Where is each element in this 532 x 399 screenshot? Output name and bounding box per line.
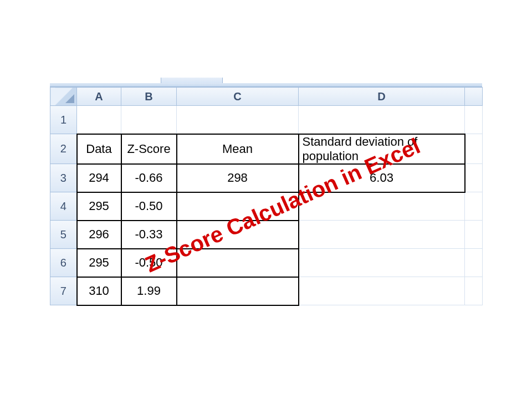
sheet-top-border xyxy=(50,83,482,87)
cell-D1[interactable] xyxy=(299,106,465,134)
cell-tail-7[interactable] xyxy=(465,277,483,305)
cell-A2[interactable]: Data xyxy=(77,134,121,164)
col-header-B[interactable]: B xyxy=(121,88,177,106)
col-header-C[interactable]: C xyxy=(177,88,299,106)
cell-A5[interactable]: 296 xyxy=(77,221,121,249)
cell-C4[interactable] xyxy=(177,192,299,221)
spreadsheet-viewport: A B C D 1 2 Data Z-Score Mean St xyxy=(50,83,482,306)
cell-C2[interactable]: Mean xyxy=(177,134,299,164)
cell-B4[interactable]: -0.50 xyxy=(121,192,177,221)
row-header-3[interactable]: 3 xyxy=(50,164,77,192)
cell-D6[interactable] xyxy=(299,249,465,277)
cell-tail-6[interactable] xyxy=(465,249,483,277)
cell-tail-3[interactable] xyxy=(465,164,483,192)
cell-D7[interactable] xyxy=(299,277,465,305)
cell-C7[interactable] xyxy=(177,277,299,305)
cell-D4[interactable] xyxy=(299,192,465,221)
cell-tail-2[interactable] xyxy=(465,134,483,164)
cell-A3[interactable]: 294 xyxy=(77,164,121,192)
row-header-2[interactable]: 2 xyxy=(50,134,77,164)
cell-A4[interactable]: 295 xyxy=(77,192,121,221)
cell-B5[interactable]: -0.33 xyxy=(121,221,177,249)
select-all-button[interactable] xyxy=(50,88,77,106)
cell-B7[interactable]: 1.99 xyxy=(121,277,177,305)
cell-tail-4[interactable] xyxy=(465,192,483,221)
cell-B3[interactable]: -0.66 xyxy=(121,164,177,192)
row-header-7[interactable]: 7 xyxy=(50,277,77,305)
col-header-tail[interactable] xyxy=(465,88,483,106)
row-header-6[interactable]: 6 xyxy=(50,249,77,277)
spreadsheet-grid[interactable]: A B C D 1 2 Data Z-Score Mean St xyxy=(50,87,483,306)
cell-B1[interactable] xyxy=(121,106,177,134)
cell-B6[interactable]: -0.50 xyxy=(121,249,177,277)
cell-A1[interactable] xyxy=(77,106,121,134)
cell-D2[interactable]: Standard deviation of population xyxy=(299,134,465,164)
row-header-1[interactable]: 1 xyxy=(50,106,77,134)
cell-tail-5[interactable] xyxy=(465,221,483,249)
cell-A7[interactable]: 310 xyxy=(77,277,121,305)
cell-C3[interactable]: 298 xyxy=(177,164,299,192)
cell-B2[interactable]: Z-Score xyxy=(121,134,177,164)
cell-C1[interactable] xyxy=(177,106,299,134)
col-header-A[interactable]: A xyxy=(77,88,121,106)
cell-tail-1[interactable] xyxy=(465,106,483,134)
cell-D3[interactable]: 6.03 xyxy=(299,164,465,192)
cell-C5[interactable] xyxy=(177,221,299,249)
cell-D5[interactable] xyxy=(299,221,465,249)
row-header-4[interactable]: 4 xyxy=(50,192,77,221)
cell-C6[interactable] xyxy=(177,249,299,277)
cell-A6[interactable]: 295 xyxy=(77,249,121,277)
col-header-D[interactable]: D xyxy=(299,88,465,106)
row-header-5[interactable]: 5 xyxy=(50,221,77,249)
